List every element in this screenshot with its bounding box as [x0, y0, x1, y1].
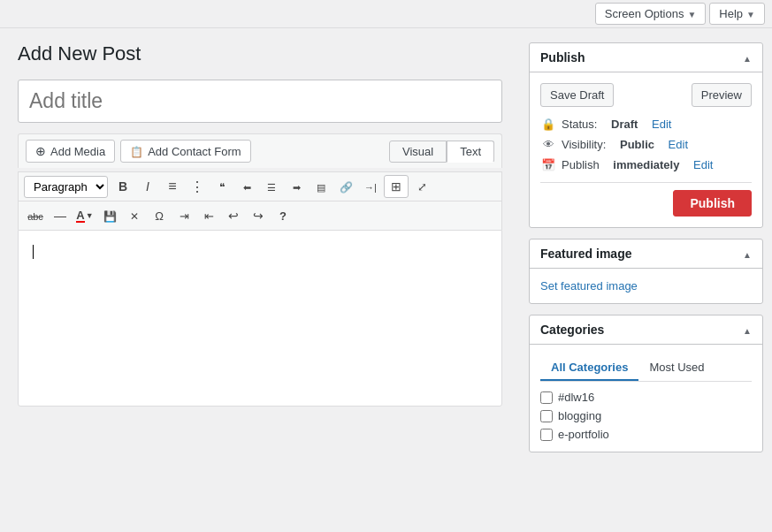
kitchensink-button[interactable]: [410, 175, 433, 198]
content-area: Add New Post Add Media Add Contact Form …: [0, 28, 520, 532]
indent-more-button[interactable]: [172, 204, 195, 227]
redo-icon: [253, 209, 264, 223]
align-left-icon: [243, 180, 251, 194]
preview-button[interactable]: Preview: [692, 83, 752, 107]
publish-box-collapse-icon[interactable]: [743, 50, 752, 65]
indent-less-button[interactable]: [197, 204, 220, 227]
publish-meta: 🔒 Status: Draft Edit 👁 Visibility: Publi…: [540, 118, 752, 171]
category-label-dlw16: #dlw16: [558, 391, 594, 404]
main-layout: Add New Post Add Media Add Contact Form …: [0, 28, 772, 532]
status-value: Draft: [611, 118, 638, 131]
list-item[interactable]: blogging: [540, 409, 748, 422]
featured-image-title: Featured image: [540, 247, 631, 261]
special-char-icon: [155, 209, 164, 223]
tab-text[interactable]: Text: [447, 141, 494, 163]
ordered-list-button[interactable]: [186, 175, 209, 198]
category-tabs: All Categories Most Used: [540, 355, 752, 382]
tab-all-categories[interactable]: All Categories: [540, 355, 638, 381]
editor-body[interactable]: [18, 230, 502, 407]
text-color-dropdown-icon: ▼: [86, 211, 94, 220]
help-button[interactable]: Help: [709, 3, 765, 25]
category-label-eportfolio: e-portfolio: [558, 428, 609, 441]
text-color-button[interactable]: A ▼: [73, 204, 96, 227]
clear-formatting-button[interactable]: [123, 204, 146, 227]
publish-actions: Save Draft Preview: [540, 83, 752, 107]
help-chevron-icon: [746, 7, 755, 20]
align-center-button[interactable]: [260, 175, 283, 198]
status-icon: 🔒: [540, 118, 556, 131]
strikethrough-button[interactable]: [24, 204, 47, 227]
align-center-icon: [267, 180, 276, 194]
save-draft-button[interactable]: Save Draft: [540, 83, 614, 107]
add-contact-form-button[interactable]: Add Contact Form: [120, 140, 251, 163]
blockquote-button[interactable]: [210, 175, 233, 198]
add-media-button[interactable]: Add Media: [26, 140, 115, 163]
publish-time-value: immediately: [613, 158, 679, 171]
view-tabs: Visual Text: [389, 141, 494, 163]
category-checkbox-blogging[interactable]: [540, 410, 553, 422]
paste-as-text-button[interactable]: [98, 204, 121, 227]
categories-box: Categories All Categories Most Used #dlw…: [529, 315, 763, 452]
table-button[interactable]: [384, 175, 409, 198]
publish-time-edit-link[interactable]: Edit: [693, 158, 713, 171]
align-left-button[interactable]: [235, 175, 258, 198]
bold-icon: [118, 179, 127, 194]
publish-footer: Publish: [540, 182, 752, 217]
category-checkbox-dlw16[interactable]: [540, 391, 553, 404]
tab-visual[interactable]: Visual: [389, 141, 447, 163]
tab-most-used[interactable]: Most Used: [638, 355, 715, 381]
italic-icon: [146, 179, 149, 194]
list-item[interactable]: e-portfolio: [540, 428, 748, 441]
screen-options-label: Screen Options: [605, 7, 684, 20]
align-right-icon: [293, 180, 301, 194]
add-media-icon: [35, 144, 46, 158]
help-toolbar-button[interactable]: [271, 204, 294, 227]
post-title-input[interactable]: [18, 80, 502, 123]
publish-button[interactable]: Publish: [673, 190, 752, 217]
featured-image-body: Set featured image: [530, 269, 762, 303]
visibility-value: Public: [620, 138, 654, 151]
unordered-list-icon: [168, 179, 176, 194]
publish-box: Publish Save Draft Preview 🔒 Status: Dra…: [529, 42, 763, 228]
link-button[interactable]: [334, 175, 357, 198]
paragraph-select[interactable]: Paragraph: [24, 176, 108, 198]
editor-cursor: [33, 245, 34, 259]
categories-title: Categories: [540, 323, 604, 337]
add-media-label: Add Media: [50, 145, 105, 158]
hr-icon: [54, 209, 66, 223]
redo-button[interactable]: [247, 204, 270, 227]
add-contact-form-label: Add Contact Form: [148, 145, 241, 158]
status-edit-link[interactable]: Edit: [652, 118, 671, 131]
paste-as-text-icon: [103, 209, 117, 223]
categories-body: All Categories Most Used #dlw16 blogging: [530, 345, 762, 452]
hr-button[interactable]: [49, 204, 72, 227]
top-bar: Screen Options Help: [0, 0, 772, 28]
align-justify-button[interactable]: [310, 175, 332, 198]
kitchensink-icon: [417, 180, 427, 194]
publish-box-body: Save Draft Preview 🔒 Status: Draft Edit …: [530, 72, 762, 227]
text-color-icon: A: [76, 209, 84, 223]
unordered-list-button[interactable]: [161, 175, 184, 198]
featured-image-collapse-icon[interactable]: [743, 247, 752, 261]
bold-button[interactable]: [111, 175, 134, 198]
page-title: Add New Post: [18, 42, 502, 65]
italic-button[interactable]: [136, 175, 159, 198]
category-checkbox-eportfolio[interactable]: [540, 429, 553, 441]
publish-label: Publish: [562, 158, 600, 171]
visibility-edit-link[interactable]: Edit: [669, 138, 688, 151]
indent-less-icon: [204, 209, 214, 223]
unlink-button[interactable]: [359, 175, 382, 198]
categories-collapse-icon[interactable]: [743, 323, 752, 337]
align-right-button[interactable]: [285, 175, 308, 198]
special-char-button[interactable]: [148, 204, 171, 227]
screen-options-button[interactable]: Screen Options: [595, 3, 707, 25]
set-featured-image-link[interactable]: Set featured image: [540, 279, 638, 293]
tinymce-toolbar-1: Paragraph: [18, 171, 502, 201]
editor-toolbar-row: Add Media Add Contact Form Visual Text: [18, 133, 502, 168]
visibility-row: 👁 Visibility: Public Edit: [540, 138, 752, 151]
clear-formatting-icon: [130, 209, 139, 223]
categories-list: #dlw16 blogging e-portfolio: [540, 391, 748, 441]
status-label: Status:: [562, 118, 597, 131]
list-item[interactable]: #dlw16: [540, 391, 748, 404]
undo-button[interactable]: [222, 204, 245, 227]
